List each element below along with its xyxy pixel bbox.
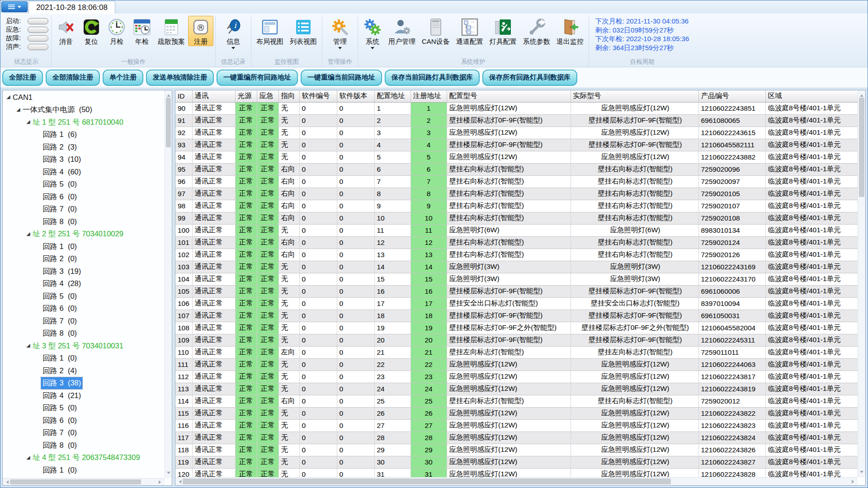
tree-item[interactable]: 回路 7 (0) — [3, 427, 165, 440]
tree-item[interactable]: 回路 3 (38) — [3, 377, 165, 390]
tree-item[interactable]: 回路 1 (6) — [3, 129, 165, 141]
tree-item[interactable]: 回路 4 (28) — [3, 278, 165, 291]
table-row[interactable]: 103通讯正常正常正常无001414应急照明灯(3W)应急照明灯(3W)1210… — [175, 261, 858, 273]
layout-view-button[interactable]: 布局视图 — [253, 16, 287, 46]
column-header[interactable]: 产品编号 — [698, 90, 765, 102]
table-row[interactable]: 95通讯正常正常正常右向0066壁挂右向标志灯(智能型)壁挂右向标志灯(智能型)… — [175, 163, 858, 175]
table-row[interactable]: 98通讯正常正常正常右向0099壁挂右向标志灯(智能型)壁挂右向标志灯(智能型)… — [175, 200, 858, 212]
manage-button[interactable]: 管理 — [327, 16, 353, 52]
tree-item[interactable]: 回路 7 (0) — [3, 203, 165, 216]
register-button[interactable]: ®注册 — [188, 16, 213, 46]
tree-item[interactable]: 回路 1 (0) — [3, 240, 165, 253]
exit-monitor-button[interactable]: 退出监控 — [553, 16, 587, 46]
datetime-tab[interactable]: 2021-10-28 18:06:08 — [28, 1, 115, 14]
tree-item[interactable]: 回路 8 (0) — [3, 328, 165, 340]
table-row[interactable]: 92通讯正常正常正常无0033应急照明感应灯(12W)应急照明感应灯(12W)1… — [175, 127, 858, 139]
table-row[interactable]: 104通讯正常正常正常无001515应急照明灯(3W)应急照明灯(3W)1210… — [175, 273, 858, 285]
table-hscroll-thumb[interactable] — [183, 479, 671, 484]
tree-item[interactable]: ◢一体式集中电源 (50) — [3, 104, 165, 117]
window-menu-button[interactable] — [1, 1, 28, 12]
tree-item[interactable]: ◢址 1 型 251 号 6817010040 — [3, 116, 165, 129]
system-params-button[interactable]: 系统参数 — [520, 16, 553, 46]
table-row[interactable]: 93通讯正常正常正常无0044壁挂楼层标志灯0F-9F(智能型)壁挂楼层标志灯0… — [175, 139, 858, 151]
tree-item[interactable]: ◢址 3 型 251 号 7034010031 — [3, 340, 165, 352]
tree-vertical-scrollbar[interactable] — [165, 90, 172, 478]
table-row[interactable]: 90通讯正常正常正常无0011应急照明感应灯(12W)应急照明感应灯(12W)1… — [175, 102, 858, 114]
column-header[interactable]: 注册地址 — [410, 90, 447, 102]
table-row[interactable]: 118通讯正常正常正常无002929应急照明感应灯(12W)应急照明感应灯(12… — [175, 444, 858, 456]
column-header[interactable]: 区域 — [765, 90, 858, 102]
tree-item[interactable]: 回路 7 (0) — [3, 315, 165, 328]
tree-vscroll-thumb[interactable] — [166, 98, 171, 147]
table-row[interactable]: 110通讯正常正常正常左向002121壁挂左向标志灯(智能型)壁挂左向标志灯(智… — [175, 346, 858, 358]
expander-expanded-icon[interactable]: ◢ — [15, 107, 21, 112]
table-row[interactable]: 112通讯正常正常正常无002323应急照明感应灯(12W)应急照明感应灯(12… — [175, 371, 858, 383]
tree-item[interactable]: 回路 1 (0) — [3, 464, 165, 477]
table-row[interactable]: 102通讯正常正常正常右向001313壁挂右向标志灯(智能型)壁挂右向标志灯(智… — [175, 249, 858, 261]
tree-item[interactable]: ◢CAN1 — [3, 91, 165, 104]
tree-item[interactable]: ◢址 4 型 251 号 20637548473309 — [3, 452, 165, 465]
column-header[interactable]: 实际型号 — [571, 90, 698, 102]
expander-expanded-icon[interactable]: ◢ — [25, 455, 31, 460]
list-view-button[interactable]: 列表视图 — [287, 16, 320, 46]
column-header[interactable]: 配置型号 — [447, 90, 571, 102]
column-header[interactable]: 软件版本 — [337, 90, 374, 102]
clear-all-register-button[interactable]: 全部清除注册 — [46, 70, 100, 86]
lamp-config-button[interactable]: 灯具配置 — [486, 16, 520, 46]
table-row[interactable]: 115通讯正常正常正常无002626应急照明感应灯(12W)应急照明感应灯(12… — [175, 407, 858, 419]
tree-item[interactable]: 回路 5 (0) — [3, 290, 165, 303]
info-button[interactable]: Ai信息 — [221, 16, 246, 52]
table-row[interactable]: 108通讯正常正常正常无001919壁挂楼层标志灯0F-9F之外(智能型)壁挂楼… — [175, 322, 858, 334]
table-row[interactable]: 119通讯正常正常正常无003030应急照明感应灯(12W)应急照明感应灯(12… — [175, 456, 858, 468]
table-vertical-scrollbar[interactable] — [858, 90, 865, 477]
tree-horizontal-scrollbar[interactable] — [3, 478, 165, 485]
expander-expanded-icon[interactable]: ◢ — [5, 94, 11, 99]
column-header[interactable]: 软件编号 — [299, 90, 337, 102]
annual-check-button[interactable]: 年检 — [129, 16, 155, 46]
mute-button[interactable]: 消音 — [53, 16, 79, 46]
tree-item[interactable]: 回路 4 (60) — [3, 166, 165, 178]
table-row[interactable]: 91通讯正常正常正常无0022壁挂楼层标志灯0F-9F(智能型)壁挂楼层标志灯0… — [175, 114, 858, 127]
send-single-clear-register-button[interactable]: 发送单独清除注册 — [146, 70, 214, 86]
table-row[interactable]: 117通讯正常正常正常无002828应急照明感应灯(12W)应急照明感应灯(12… — [175, 432, 858, 444]
evacuation-plan-button[interactable]: 疏散预案 — [155, 16, 188, 46]
column-header[interactable]: 指向 — [278, 90, 299, 102]
table-row[interactable]: 107通讯正常正常正常无001818壁挂楼层标志灯0F-9F(智能型)壁挂楼层标… — [175, 310, 858, 322]
tree-item[interactable]: 回路 6 (0) — [3, 303, 165, 315]
column-header[interactable]: 通讯 — [192, 90, 235, 102]
table-row[interactable]: 109通讯正常正常正常无002020壁挂楼层标志灯0F-9F(智能型)壁挂楼层标… — [175, 334, 858, 346]
table-row[interactable]: 94通讯正常正常正常无0055应急照明感应灯(12W)应急照明感应灯(12W)1… — [175, 151, 858, 163]
table-row[interactable]: 105通讯正常正常正常无001616壁挂楼层标志灯0F-9F(智能型)壁挂楼层标… — [175, 285, 858, 297]
column-header[interactable]: ID — [175, 90, 192, 102]
tree-item[interactable]: 回路 5 (0) — [3, 402, 165, 415]
tree-item[interactable]: 回路 2 (3) — [3, 141, 165, 154]
can-device-button[interactable]: CAN设备 — [419, 16, 453, 46]
tree-item[interactable]: 回路 2 (0) — [3, 253, 165, 266]
table-row[interactable]: 114通讯正常正常正常右向002525壁挂右向标志灯(智能型)壁挂右向标志灯(智… — [175, 395, 858, 407]
column-header[interactable]: 配置地址 — [374, 90, 410, 102]
tree-item[interactable]: 回路 6 (0) — [3, 191, 165, 203]
tree-item[interactable]: 回路 8 (0) — [3, 439, 165, 452]
expander-expanded-icon[interactable]: ◢ — [25, 231, 31, 236]
tree-item[interactable]: 回路 5 (0) — [3, 178, 165, 191]
rewrite-all-loop-address-button[interactable]: 一键重编所有回路地址 — [217, 70, 298, 86]
system-button[interactable]: 系统 — [360, 16, 385, 52]
table-row[interactable]: 96通讯正常正常正常右向0077壁挂右向标志灯(智能型)壁挂右向标志灯(智能型)… — [175, 175, 858, 188]
tree-item[interactable]: 回路 4 (21) — [3, 389, 165, 402]
table-horizontal-scrollbar[interactable] — [175, 477, 858, 485]
save-current-loop-lamps-button[interactable]: 保存当前回路灯具到数据库 — [385, 70, 480, 86]
user-manage-button[interactable]: 用户管理 — [385, 16, 419, 46]
register-single-button[interactable]: 单个注册 — [103, 70, 143, 86]
table-row[interactable]: 120通讯正常正常正常无003131应急照明感应灯(12W)应急照明感应灯(12… — [175, 468, 858, 477]
tree-item[interactable]: 回路 3 (10) — [3, 154, 165, 166]
table-row[interactable]: 113通讯正常正常正常无002424应急照明感应灯(12W)应急照明感应灯(12… — [175, 383, 858, 395]
column-header[interactable]: 光源 — [235, 90, 257, 102]
table-row[interactable]: 111通讯正常正常正常无002222应急照明感应灯(12W)应急照明感应灯(12… — [175, 358, 858, 371]
table-row[interactable]: 106通讯正常正常正常无001717壁挂安全出口标志灯(智能型)壁挂安全出口标志… — [175, 297, 858, 310]
channel-config-button[interactable]: 通道配置 — [453, 16, 486, 46]
column-header[interactable]: 应急 — [257, 90, 278, 102]
table-row[interactable]: 99通讯正常正常正常右向001010壁挂右向标志灯(智能型)壁挂右向标志灯(智能… — [175, 212, 858, 224]
tree-item[interactable]: 回路 1 (0) — [3, 352, 165, 365]
table-row[interactable]: 100通讯正常正常正常无001111应急照明灯(6W)应急照明灯(6W)8983… — [175, 224, 858, 236]
save-all-loop-lamps-button[interactable]: 保存所有回路灯具到数据库 — [482, 70, 577, 86]
